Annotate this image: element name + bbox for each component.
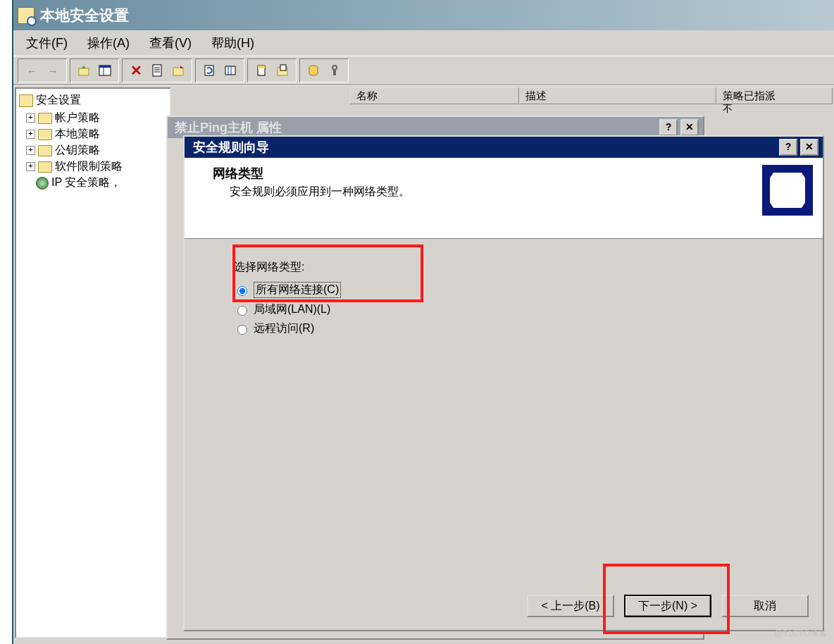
svg-rect-8 — [173, 68, 183, 75]
properties-icon[interactable] — [148, 61, 166, 80]
menu-view[interactable]: 查看(V) — [149, 35, 192, 51]
back-button[interactable]: < 上一步(B) — [527, 595, 614, 617]
radio-all-input[interactable] — [237, 286, 247, 296]
tree-item-ipsec[interactable]: IP 安全策略， — [36, 175, 167, 190]
folder-icon — [38, 129, 52, 140]
expander-icon[interactable]: + — [26, 162, 35, 171]
app-titlebar: 本地安全设置 — [13, 0, 834, 30]
col-desc[interactable]: 描述 — [519, 87, 716, 104]
svg-rect-19 — [333, 70, 336, 75]
menubar: 文件(F) 操作(A) 查看(V) 帮助(H) — [13, 30, 834, 56]
wizard-subheading: 安全规则必须应用到一种网络类型。 — [230, 185, 410, 199]
tree-item-software[interactable]: + 软件限制策略 — [26, 159, 167, 174]
tree-item-local[interactable]: + 本地策略 — [26, 127, 167, 142]
columns-icon[interactable] — [221, 61, 239, 80]
menu-file[interactable]: 文件(F) — [26, 35, 68, 51]
menu-action[interactable]: 操作(A) — [87, 35, 130, 51]
tool-icon[interactable] — [325, 61, 344, 80]
tree-item-account[interactable]: + 帐户策略 — [26, 111, 167, 125]
db-icon[interactable] — [304, 61, 323, 80]
wizard-titlebar[interactable]: 安全规则向导 ? ✕ — [185, 137, 823, 158]
doc-icon[interactable] — [252, 61, 270, 80]
forward-button[interactable]: → — [44, 61, 62, 80]
globe-icon — [36, 177, 49, 190]
radio-all-networks[interactable]: 所有网络连接(C) — [234, 282, 773, 298]
menu-help[interactable]: 帮助(H) — [211, 35, 254, 51]
folder-icon — [38, 145, 52, 156]
radio-lan-input[interactable] — [237, 306, 247, 316]
svg-rect-4 — [153, 65, 161, 76]
wizard-footer: < 上一步(B) 下一步(N) > 取消 — [527, 595, 809, 617]
delete-button[interactable]: ✕ — [127, 61, 145, 80]
svg-rect-3 — [99, 66, 111, 68]
svg-rect-16 — [280, 65, 286, 70]
svg-point-18 — [332, 66, 337, 70]
scroll-icon — [770, 173, 805, 208]
back-button[interactable]: ← — [23, 61, 41, 80]
help-button[interactable]: ? — [779, 139, 797, 156]
radio-remote[interactable]: 远程访问(R) — [234, 321, 773, 336]
wizard-header: 网络类型 安全规则必须应用到一种网络类型。 — [185, 158, 823, 239]
radio-remote-input[interactable] — [237, 325, 247, 335]
doc-open-icon[interactable] — [273, 61, 292, 80]
panels-icon[interactable] — [96, 61, 114, 80]
tree-item-pubkey[interactable]: + 公钥策略 — [26, 143, 167, 158]
next-button[interactable]: 下一步(N) > — [624, 595, 711, 617]
refresh-icon[interactable] — [200, 61, 218, 80]
svg-rect-10 — [225, 66, 235, 75]
tree-root[interactable]: 安全设置 — [19, 93, 167, 108]
export-icon[interactable] — [169, 61, 187, 80]
app-icon — [18, 7, 35, 24]
close-button[interactable]: ✕ — [800, 139, 819, 156]
col-policy[interactable]: 策略已指派 不 — [716, 87, 833, 104]
treeview[interactable]: 安全设置 + 帐户策略 + 本地策略 + 公钥策略 + 软件限制策略 — [15, 87, 171, 638]
watermark: @51CTO博客 — [774, 628, 827, 640]
col-name[interactable]: 名称 — [350, 87, 519, 104]
cancel-button[interactable]: 取消 — [721, 595, 809, 617]
banner-icon — [762, 165, 813, 216]
help-button[interactable]: ? — [659, 119, 678, 136]
expander-icon[interactable]: + — [26, 113, 35, 123]
app-title: 本地安全设置 — [40, 6, 129, 25]
group-label: 选择网络类型: — [234, 260, 773, 275]
folder-icon — [38, 113, 52, 124]
toolbar: ← → ✕ — [13, 56, 834, 85]
svg-rect-14 — [258, 66, 265, 68]
wizard-dialog: 安全规则向导 ? ✕ 网络类型 安全规则必须应用到一种网络类型。 选择网络类型:… — [183, 135, 824, 631]
folder-icon — [38, 161, 52, 173]
svg-rect-0 — [79, 68, 89, 75]
expander-icon[interactable]: + — [26, 130, 35, 139]
up-folder-icon[interactable] — [75, 61, 93, 80]
shield-folder-icon — [19, 94, 33, 107]
radio-lan[interactable]: 局域网(LAN)(L) — [234, 302, 773, 317]
wizard-heading: 网络类型 — [213, 165, 410, 182]
expander-icon[interactable]: + — [26, 146, 35, 155]
close-button[interactable]: ✕ — [680, 119, 699, 136]
